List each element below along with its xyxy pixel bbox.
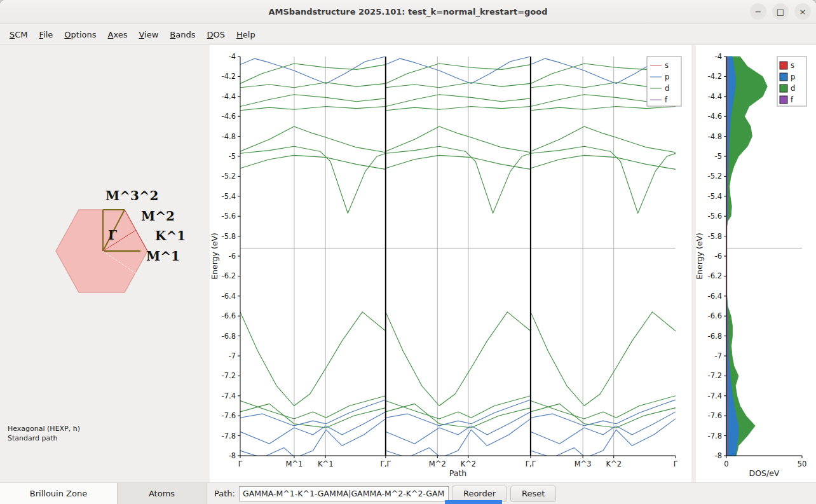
bottom-bar: Brillouin Zone Atoms Path: Reorder Reset [0, 482, 816, 504]
window-title: AMSbandstructure 2025.101: test_k=normal… [268, 7, 547, 17]
band-line-d [240, 107, 386, 111]
band-ytick-label: -7.2 [222, 371, 236, 380]
kpoint-label-m2: M^2 [141, 208, 175, 224]
dos-legend-swatch-s [780, 62, 787, 69]
band-line-p [386, 400, 531, 426]
band-structure-plot[interactable]: -4-4.2-4.4-4.6-4.8-5-5.2-5.4-5.6-5.8-6-6… [210, 45, 691, 483]
band-xtick-label: Γ,Γ [526, 460, 536, 468]
progress-indicator [445, 500, 502, 504]
menu-axes[interactable]: Axes [102, 27, 133, 43]
dos-ytick-label: -4 [715, 52, 722, 61]
band-ytick-label: -6.6 [222, 311, 236, 320]
band-ytick-label: -4.4 [222, 92, 236, 101]
band-ytick-label: -4.8 [222, 132, 236, 141]
band-line-d [531, 155, 676, 169]
dos-ytick-label: -7 [715, 351, 722, 360]
menu-help[interactable]: Help [231, 27, 261, 43]
band-structure-panel: -4-4.2-4.4-4.6-4.8-5-5.2-5.4-5.6-5.8-6-6… [210, 45, 691, 483]
menu-bands[interactable]: Bands [164, 27, 201, 43]
dos-ytick-label: -7.2 [708, 371, 722, 380]
band-xtick-label: K^1 [318, 460, 334, 468]
band-xtick-label: Γ,Γ [381, 460, 391, 468]
dos-ytick-label: -5.2 [708, 172, 722, 180]
menu-bar: SCMFileOptionsAxesViewBandsDOSHelp [0, 24, 816, 45]
minimize-button[interactable]: − [750, 3, 766, 20]
dos-ytick-label: -4.6 [708, 112, 722, 121]
band-line-d [386, 155, 531, 169]
kpoint-label-k1: K^1 [155, 228, 186, 243]
band-xtick-label: M^3 [575, 460, 592, 468]
path-label: Path: [214, 489, 235, 498]
menu-dos[interactable]: DOS [201, 27, 231, 43]
dos-ytick-label: -5.6 [708, 212, 722, 221]
dos-ytick-label: -6.8 [708, 332, 722, 341]
band-legend [647, 57, 681, 106]
dos-ytick-label: -6.2 [708, 271, 722, 280]
brillouin-zone-panel: M^3^2M^2ΓK^1M^1 Hexagonal (HEXP, h) Stan… [0, 45, 207, 483]
band-ytick-label: -7.8 [222, 432, 236, 440]
band-ytick-label: -5 [229, 152, 236, 161]
tab-atoms[interactable]: Atoms [118, 483, 207, 504]
band-ytick-label: -4 [229, 52, 236, 61]
dos-ytick-label: -5 [715, 152, 722, 161]
band-line-p [531, 412, 676, 444]
tab-brillouin-zone[interactable]: Brillouin Zone [0, 483, 118, 504]
dos-yaxis-title: Energy (eV) [696, 233, 704, 280]
band-lines [240, 57, 676, 458]
band-xtick-label: Γ [238, 460, 243, 468]
close-button[interactable]: × [794, 3, 811, 20]
band-line-p [386, 57, 531, 83]
app-window: AMSbandstructure 2025.101: test_k=normal… [0, 0, 816, 504]
reorder-button[interactable]: Reorder [452, 486, 507, 502]
band-ytick-label: -6.2 [222, 271, 236, 280]
lattice-type-text: Hexagonal (HEXP, h) [8, 425, 80, 434]
lattice-path-text: Standard path [8, 434, 80, 444]
band-ytick-label: -7 [229, 351, 236, 360]
band-legend-label-p: p [665, 72, 669, 81]
maximize-button[interactable]: □ [772, 3, 789, 20]
dos-ytick-label: -4.2 [708, 72, 722, 81]
band-legend-label-d: d [665, 84, 669, 93]
band-line-d [240, 64, 386, 83]
band-xtick-label: M^2 [429, 460, 446, 468]
dos-ytick-label: -4.8 [708, 132, 722, 141]
menu-file[interactable]: File [34, 27, 59, 43]
reset-button[interactable]: Reset [510, 486, 556, 502]
lattice-caption: Hexagonal (HEXP, h) Standard path [8, 425, 80, 444]
dos-ytick-label: -8 [715, 451, 722, 460]
band-line-d [240, 83, 386, 88]
band-line-d [531, 126, 676, 153]
band-ytick-label: -6 [229, 252, 236, 261]
dos-legend-swatch-d [780, 85, 787, 92]
path-input[interactable] [239, 486, 449, 501]
dos-ytick-label: -5.8 [708, 232, 722, 241]
band-xtick-label: K^2 [461, 460, 477, 468]
band-ytick-label: -6.4 [222, 292, 236, 301]
band-line-d [386, 95, 531, 107]
band-line-d [386, 126, 531, 153]
menu-scm[interactable]: SCM [4, 27, 34, 43]
band-line-d [240, 155, 386, 169]
dos-plot[interactable]: -4-4.2-4.4-4.6-4.8-5-5.2-5.4-5.6-5.8-6-6… [696, 45, 816, 483]
kpoint-label-gamma: Γ [108, 228, 117, 243]
dos-legend-label-s: s [791, 61, 794, 70]
kpoint-label-m1: M^1 [146, 249, 180, 264]
band-ytick-label: -5.4 [222, 192, 236, 201]
band-line-d [240, 126, 386, 153]
band-line-p [240, 57, 386, 83]
brillouin-zone-drawing[interactable]: M^3^2M^2ΓK^1M^1 [0, 45, 207, 483]
dos-ytick-label: -7.8 [708, 432, 722, 440]
kpoint-label-m3m2: M^3^2 [105, 188, 159, 203]
band-ytick-label: -5.6 [222, 212, 236, 221]
dos-ytick-label: -4.4 [708, 92, 722, 101]
menu-view[interactable]: View [133, 27, 165, 43]
band-xtick-label: M^1 [286, 460, 303, 468]
menu-options[interactable]: Options [58, 27, 102, 43]
window-controls: −□× [750, 3, 811, 20]
window-titlebar[interactable]: AMSbandstructure 2025.101: test_k=normal… [0, 0, 816, 24]
band-ytick-label: -8 [229, 451, 236, 460]
dos-legend-swatch-f [780, 96, 787, 104]
band-line-d [240, 95, 386, 107]
band-line-p [240, 400, 386, 426]
band-line-d [386, 83, 531, 88]
